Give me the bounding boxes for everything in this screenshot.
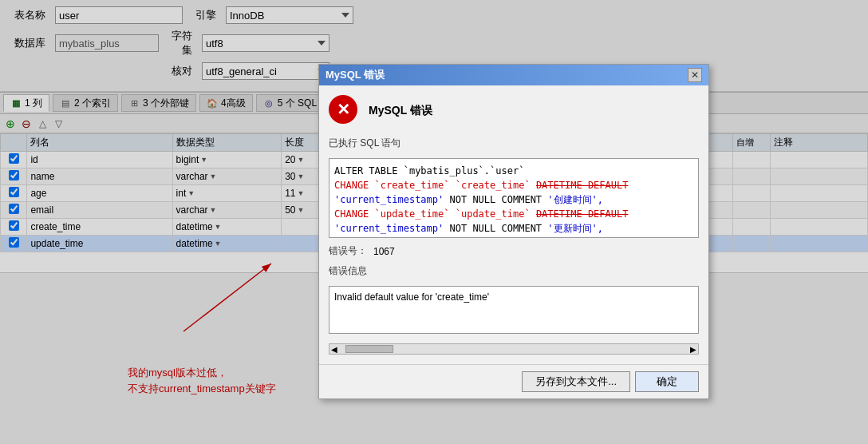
dialog-close-button[interactable]: ✕ bbox=[688, 68, 702, 82]
sql-box: ALTER TABLE `mybatis_plus`.`user` CHANGE… bbox=[329, 158, 699, 238]
sql-part2: CHANGE `create_time` `create_time` bbox=[334, 180, 536, 191]
save-to-file-button[interactable]: 另存到文本文件... bbox=[522, 371, 630, 392]
sql-part11: '更新时间', bbox=[547, 223, 603, 234]
sql-part10: NOT NULL COMMENT bbox=[450, 223, 548, 234]
scroll-left-btn[interactable]: ◀ bbox=[331, 345, 337, 354]
scrollbar-area[interactable]: ◀ ▶ bbox=[329, 343, 699, 355]
error-info-text: Invalid default value for 'create_time' bbox=[334, 291, 489, 303]
error-info-label: 错误信息 bbox=[329, 264, 699, 278]
scroll-right-btn[interactable]: ▶ bbox=[690, 345, 696, 354]
sql-part5: NOT NULL COMMENT bbox=[450, 194, 548, 205]
sql-part12: AUTO_INCREMENT=13488795920431 bbox=[334, 237, 502, 238]
dialog-footer: 另存到文本文件... 确定 bbox=[319, 364, 708, 398]
sql-part7: CHANGE `update_time` `update_time` bbox=[334, 208, 536, 220]
dialog-header-row: ✕ MySQL 错误 bbox=[329, 95, 699, 127]
dialog-overlay: MySQL 错误 ✕ ✕ MySQL 错误 已执行 SQL 语句 ALTER T… bbox=[0, 0, 868, 444]
error-icon: ✕ bbox=[329, 95, 361, 127]
dialog-header-title: MySQL 错误 bbox=[369, 104, 432, 118]
sql-part4: 'current_timestamp' bbox=[334, 194, 450, 205]
error-num-row: 错误号： 1067 bbox=[329, 244, 699, 258]
main-window: 表名称 引擎 InnoDB 数据库 字符集 utf8 核对 核对 utf8_ge… bbox=[0, 0, 868, 444]
dialog-title: MySQL 错误 bbox=[326, 68, 385, 82]
sql-part9: 'current_timestamp' bbox=[334, 223, 450, 234]
mysql-error-dialog: MySQL 错误 ✕ ✕ MySQL 错误 已执行 SQL 语句 ALTER T… bbox=[318, 64, 709, 399]
error-info-box: Invalid default value for 'create_time' bbox=[329, 286, 699, 334]
scrollbar-thumb[interactable] bbox=[345, 345, 393, 353]
ok-button[interactable]: 确定 bbox=[635, 371, 699, 392]
error-number-value: 1067 bbox=[373, 246, 395, 257]
sql-part1: ALTER TABLE `mybatis_plus`.`user` bbox=[334, 165, 524, 176]
dialog-body: ✕ MySQL 错误 已执行 SQL 语句 ALTER TABLE `mybat… bbox=[319, 85, 708, 364]
sql-part3: DATETIME DEFAULT bbox=[536, 180, 629, 191]
sql-section-label: 已执行 SQL 语句 bbox=[329, 137, 699, 150]
sql-part8: DATETIME DEFAULT bbox=[536, 208, 629, 220]
error-icon-circle: ✕ bbox=[329, 95, 357, 124]
error-number-label: 错误号： bbox=[329, 244, 367, 258]
sql-part6: '创建时间', bbox=[547, 194, 603, 205]
dialog-title-bar: MySQL 错误 ✕ bbox=[319, 65, 708, 85]
